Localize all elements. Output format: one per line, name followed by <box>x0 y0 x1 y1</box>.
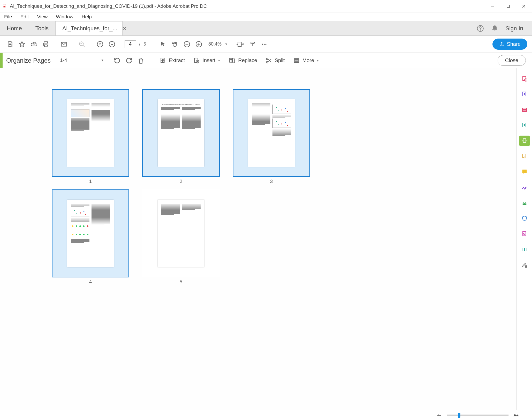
svg-rect-3 <box>507 5 510 8</box>
svg-rect-44 <box>523 139 526 142</box>
main-toolbar: / 5 80.4% ▼ ▼ Share <box>0 36 532 53</box>
svg-rect-11 <box>44 45 47 47</box>
print-icon[interactable] <box>40 39 51 50</box>
svg-rect-47 <box>523 232 526 236</box>
menu-file[interactable]: File <box>2 13 16 21</box>
more-button[interactable]: More▼ <box>289 55 323 66</box>
compress-icon[interactable] <box>519 198 530 208</box>
large-thumbnail-icon[interactable] <box>512 410 520 419</box>
star-icon[interactable] <box>17 39 27 50</box>
hand-tool-icon[interactable] <box>170 39 180 50</box>
current-page-input[interactable] <box>125 40 136 48</box>
svg-rect-1 <box>4 6 6 8</box>
cloud-upload-icon[interactable] <box>28 39 39 50</box>
zoom-out-icon[interactable] <box>181 39 192 50</box>
tab-document[interactable]: AI_Techniques_for_... ✕ <box>55 21 123 35</box>
menubar: File Edit View Window Help <box>0 12 532 21</box>
help-icon[interactable] <box>477 25 484 32</box>
minimize-button[interactable] <box>490 3 496 9</box>
page-preview <box>67 200 114 267</box>
more-tools-icon[interactable] <box>259 39 270 50</box>
compare-icon[interactable] <box>519 244 530 255</box>
page-range-dropdown[interactable]: 1-4▼ <box>57 56 107 65</box>
tab-tools[interactable]: Tools <box>29 21 55 35</box>
fit-width-icon[interactable]: ▼ <box>235 39 246 50</box>
maximize-button[interactable] <box>505 3 511 9</box>
notifications-icon[interactable] <box>491 25 498 32</box>
redact-icon[interactable] <box>519 229 530 239</box>
rotate-cw-icon[interactable] <box>124 55 134 66</box>
svg-rect-42 <box>522 110 527 112</box>
page-thumbnail-5[interactable] <box>142 189 220 277</box>
page-label: 2 <box>180 179 183 184</box>
sign-in-button[interactable]: Sign In <box>506 25 523 32</box>
page-thumbnail-3[interactable] <box>233 89 310 177</box>
organize-pages-toolbar: Organize Pages 1-4▼ Extract Insert▼ Repl… <box>0 53 532 68</box>
zoom-in-icon[interactable] <box>193 39 204 50</box>
svg-rect-37 <box>294 62 299 62</box>
zoom-dropdown-icon[interactable]: ▼ <box>225 42 228 46</box>
rotate-ccw-icon[interactable] <box>112 55 123 66</box>
thumbnail-zoom-slider[interactable] <box>447 415 509 416</box>
svg-point-7 <box>480 30 480 30</box>
edit-pdf-icon[interactable] <box>519 105 530 115</box>
share-button[interactable]: Share <box>492 39 527 50</box>
page-preview <box>248 99 295 167</box>
page-thumbnail-2[interactable]: AI Techniques for Detecting and Diagnosi… <box>142 89 220 177</box>
page-label: 1 <box>89 179 92 184</box>
menu-help[interactable]: Help <box>78 13 96 21</box>
read-mode-icon[interactable] <box>247 39 258 50</box>
svg-point-34 <box>266 61 268 63</box>
fill-sign-icon[interactable] <box>519 151 530 161</box>
tab-home[interactable]: Home <box>0 21 29 35</box>
page-up-icon[interactable] <box>95 39 105 50</box>
page-thumbnail-4[interactable] <box>52 189 129 277</box>
menu-view[interactable]: View <box>33 13 52 21</box>
save-icon[interactable] <box>5 39 16 50</box>
svg-rect-41 <box>522 108 527 109</box>
protect-icon[interactable] <box>519 213 530 224</box>
svg-rect-46 <box>523 201 526 204</box>
svg-rect-45 <box>523 154 526 158</box>
zoom-level[interactable]: 80.4% <box>208 41 222 47</box>
create-pdf-icon[interactable] <box>519 73 530 84</box>
combine-icon[interactable] <box>519 120 530 130</box>
page-thumbnail-1[interactable] <box>52 89 129 177</box>
selection-tool-icon[interactable] <box>158 39 169 50</box>
page-down-icon[interactable] <box>107 39 117 50</box>
close-window-button[interactable] <box>521 3 527 9</box>
page-preview: AI Techniques for Detecting and Diagnosi… <box>158 99 204 167</box>
split-button[interactable]: Split <box>261 55 289 66</box>
delete-icon[interactable] <box>135 55 146 66</box>
page-label: 3 <box>270 179 273 184</box>
svg-line-14 <box>83 45 85 47</box>
window-titlebar: AI_Techniques_for_Detecting_and_Diagnosi… <box>0 0 532 12</box>
page-preview <box>67 99 114 167</box>
window-title: AI_Techniques_for_Detecting_and_Diagnosi… <box>10 3 490 9</box>
small-thumbnail-icon[interactable] <box>436 412 442 418</box>
svg-rect-9 <box>9 45 11 46</box>
replace-button[interactable]: Replace <box>225 55 261 66</box>
organize-title: Organize Pages <box>6 57 51 64</box>
signature-icon[interactable] <box>519 182 530 193</box>
page-label: 4 <box>89 279 92 285</box>
insert-button[interactable]: Insert▼ <box>189 55 225 66</box>
extract-button[interactable]: Extract <box>155 55 189 66</box>
svg-point-17 <box>109 41 115 47</box>
comment-icon[interactable] <box>519 167 530 177</box>
thumbnail-zoom-bar <box>0 410 532 420</box>
menu-edit[interactable]: Edit <box>16 13 33 21</box>
email-icon[interactable] <box>58 39 69 50</box>
slider-thumb[interactable] <box>458 413 460 418</box>
tab-close-icon[interactable]: ✕ <box>123 26 126 31</box>
organize-pages-icon[interactable] <box>519 136 530 146</box>
svg-rect-23 <box>238 42 241 46</box>
thumbnails-area[interactable]: 1 AI Techniques for Detecting and Diagno… <box>0 68 516 410</box>
menu-window[interactable]: Window <box>52 13 78 21</box>
more-tools-rail-icon[interactable] <box>519 260 530 270</box>
svg-rect-35 <box>294 58 299 59</box>
svg-rect-24 <box>250 42 254 43</box>
close-organize-button[interactable]: Close <box>498 55 526 66</box>
zoom-search-icon[interactable] <box>77 39 87 50</box>
export-pdf-icon[interactable] <box>519 89 530 99</box>
